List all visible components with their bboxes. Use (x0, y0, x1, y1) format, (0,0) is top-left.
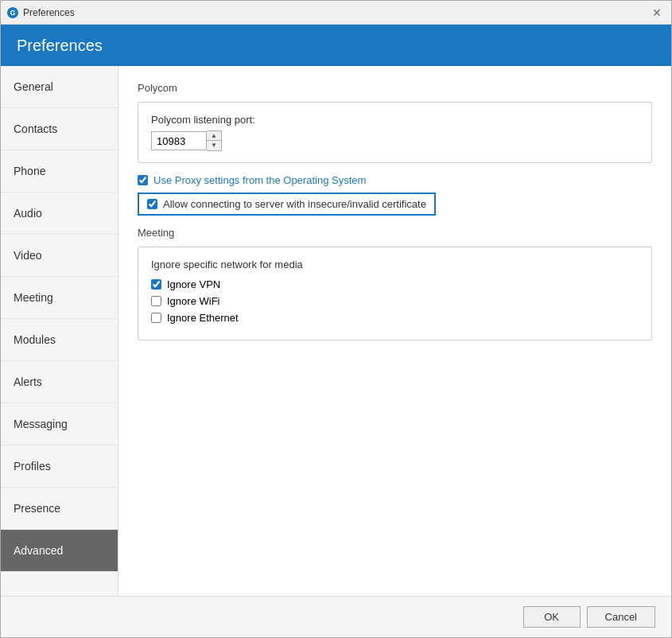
sidebar-item-general[interactable]: General (1, 66, 118, 108)
sidebar-item-audio[interactable]: Audio (1, 193, 118, 235)
ignore-vpn-row: Ignore VPN (151, 278, 639, 290)
allow-cert-label: Allow connecting to server with insecure… (163, 198, 426, 210)
main-content: Polycom Polycom listening port: 10983 ▲ … (118, 66, 671, 596)
header-title: Preferences (17, 37, 103, 55)
sidebar-item-phone[interactable]: Phone (1, 150, 118, 193)
sidebar-item-advanced[interactable]: Advanced (1, 530, 118, 572)
sidebar-item-modules[interactable]: Modules (1, 319, 118, 361)
ok-button[interactable]: OK (523, 606, 581, 628)
allow-cert-checkbox[interactable] (147, 199, 157, 209)
footer: OK Cancel (1, 596, 671, 637)
use-proxy-checkbox[interactable] (138, 175, 148, 185)
cancel-button[interactable]: Cancel (587, 606, 655, 628)
app-icon: G (7, 7, 18, 18)
title-bar-left: G Preferences (7, 7, 75, 18)
sidebar: General Contacts Phone Audio Video Meeti… (1, 66, 118, 596)
title-bar: G Preferences ✕ (1, 1, 671, 25)
sidebar-item-profiles[interactable]: Profiles (1, 445, 118, 488)
ignore-wifi-label: Ignore WiFi (167, 295, 219, 307)
ignore-ethernet-checkbox[interactable] (151, 313, 161, 323)
sidebar-item-messaging[interactable]: Messaging (1, 403, 118, 445)
ignore-wifi-checkbox[interactable] (151, 296, 161, 306)
close-button[interactable]: ✕ (649, 5, 665, 21)
preferences-window: G Preferences ✕ Preferences General Cont… (0, 0, 672, 638)
use-proxy-row: Use Proxy settings from the Operating Sy… (138, 174, 652, 186)
sidebar-item-contacts[interactable]: Contacts (1, 108, 118, 150)
polycom-port-label: Polycom listening port: (151, 114, 639, 126)
sidebar-item-presence[interactable]: Presence (1, 488, 118, 530)
spinner-up-button[interactable]: ▲ (207, 131, 221, 141)
ignore-wifi-row: Ignore WiFi (151, 295, 639, 307)
ignore-vpn-label: Ignore VPN (167, 278, 220, 290)
ignore-vpn-checkbox[interactable] (151, 279, 161, 290)
allow-cert-box: Allow connecting to server with insecure… (138, 193, 436, 216)
meeting-section-box: Ignore specific network for media Ignore… (138, 247, 652, 340)
sidebar-item-alerts[interactable]: Alerts (1, 361, 118, 403)
header-bar: Preferences (1, 25, 671, 66)
ignore-network-title: Ignore specific network for media (151, 259, 639, 270)
polycom-port-spinner: 10983 ▲ ▼ (151, 130, 639, 151)
polycom-section-box: Polycom listening port: 10983 ▲ ▼ (138, 102, 652, 163)
sidebar-item-meeting[interactable]: Meeting (1, 277, 118, 319)
spinner-buttons: ▲ ▼ (207, 130, 222, 151)
sidebar-item-video[interactable]: Video (1, 235, 118, 277)
ignore-ethernet-label: Ignore Ethernet (167, 312, 239, 324)
content-area: General Contacts Phone Audio Video Meeti… (1, 66, 671, 596)
meeting-section-title: Meeting (138, 227, 652, 239)
use-proxy-label: Use Proxy settings from the Operating Sy… (153, 174, 366, 186)
ignore-ethernet-row: Ignore Ethernet (151, 312, 639, 324)
spinner-down-button[interactable]: ▼ (207, 141, 221, 150)
polycom-section-title: Polycom (138, 82, 652, 94)
polycom-port-input[interactable]: 10983 (151, 131, 207, 150)
title-bar-text: Preferences (23, 7, 75, 18)
